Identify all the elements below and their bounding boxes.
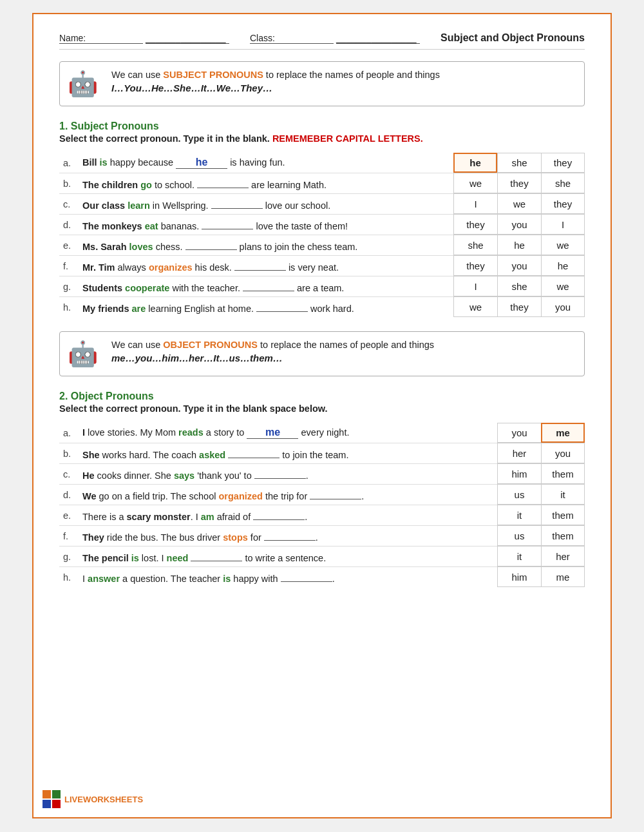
liveworksheets-icon — [43, 790, 61, 808]
row-letter: c. — [59, 463, 79, 484]
option-cell[interactable]: me — [541, 423, 585, 443]
table-row: h. I answer a question. The teacher is h… — [59, 566, 585, 587]
sentence-cell: I answer a question. The teacher is happ… — [79, 566, 497, 587]
table-row: c. Our class learn in Wellspring. love o… — [59, 193, 585, 214]
sentence-cell: Mr. Tim always organizes his desk. is ve… — [79, 255, 453, 276]
sentence-cell: The monkeys eat bananas. love the taste … — [79, 214, 453, 235]
row-letter: g. — [59, 546, 79, 566]
option-cell[interactable]: he — [497, 235, 541, 255]
sentence-cell: I love stories. My Mom reads a story to … — [79, 423, 497, 443]
option-cell[interactable]: they — [541, 193, 585, 214]
table-row: d. The monkeys eat bananas. love the tas… — [59, 214, 585, 235]
row-letter: g. — [59, 276, 79, 296]
section-1: 1. Subject Pronouns Select the correct p… — [59, 121, 585, 317]
option-cell[interactable]: I — [453, 193, 497, 214]
row-letter: h. — [59, 296, 79, 317]
row-letter: c. — [59, 193, 79, 214]
option-cell[interactable]: they — [453, 214, 497, 235]
option-cell[interactable]: he — [541, 255, 585, 276]
sentence-cell: My friends are learning English at home.… — [79, 296, 453, 317]
option-cell[interactable]: we — [497, 193, 541, 214]
option-cell[interactable]: us — [497, 525, 541, 546]
option-cell[interactable]: they — [497, 173, 541, 193]
row-letter: a. — [59, 153, 79, 173]
option-cell[interactable]: them — [541, 525, 585, 546]
option-cell[interactable]: them — [541, 505, 585, 525]
row-letter: d. — [59, 214, 79, 235]
section-2-table: a. I love stories. My Mom reads a story … — [59, 423, 585, 587]
sentence-cell: They ride the bus. The bus driver stops … — [79, 525, 497, 546]
table-row: h. My friends are learning English at ho… — [59, 296, 585, 317]
row-letter: f. — [59, 255, 79, 276]
option-cell[interactable]: us — [497, 484, 541, 505]
header: Name: ________________ Class: __________… — [59, 32, 585, 50]
sentence-cell: There is a scary monster. I am afraid of… — [79, 505, 497, 525]
option-cell[interactable]: you — [497, 255, 541, 276]
info-text-2: We can use OBJECT PRONOUNS to replace th… — [111, 340, 574, 350]
section-2-number: 2. Object Pronouns — [59, 391, 585, 402]
section-1-instruction: Select the correct pronoun. Type it in t… — [59, 133, 585, 144]
brand-name: LIVEWORKSHEETS — [64, 795, 143, 804]
class-label: Class: — [250, 33, 334, 44]
option-cell[interactable]: her — [541, 546, 585, 566]
option-cell[interactable]: we — [453, 296, 497, 317]
option-cell[interactable]: they — [541, 153, 585, 173]
svg-rect-0 — [43, 790, 51, 798]
option-cell[interactable]: it — [497, 505, 541, 525]
row-letter: e. — [59, 235, 79, 255]
option-cell[interactable]: her — [497, 443, 541, 463]
name-blank: ________________ — [146, 33, 229, 44]
sentence-cell: He cooks dinner. She says 'thank you' to… — [79, 463, 497, 484]
object-pronoun-list: me…you…him…her…It…us…them… — [111, 353, 574, 363]
object-pronouns-label: OBJECT PRONOUNS — [163, 340, 258, 350]
row-letter: h. — [59, 566, 79, 587]
row-letter: e. — [59, 505, 79, 525]
subject-pronoun-list: I…You…He…She…It…We…They… — [111, 82, 574, 93]
worksheet-page: Name: ________________ Class: __________… — [32, 13, 612, 818]
option-cell[interactable]: she — [541, 173, 585, 193]
svg-rect-1 — [52, 790, 61, 798]
option-cell[interactable]: them — [541, 463, 585, 484]
option-cell[interactable]: we — [541, 276, 585, 296]
option-cell[interactable]: me — [541, 566, 585, 587]
svg-rect-2 — [43, 800, 51, 808]
footer: LIVEWORKSHEETS — [43, 790, 143, 808]
option-cell[interactable]: I — [453, 276, 497, 296]
sentence-cell: Bill is happy because he is having fun. — [79, 153, 453, 173]
sentence-cell: The children go to school. are learning … — [79, 173, 453, 193]
row-letter: d. — [59, 484, 79, 505]
option-cell[interactable]: you — [497, 214, 541, 235]
class-blank: ________________ — [336, 33, 420, 44]
table-row: a. Bill is happy because he is having fu… — [59, 153, 585, 173]
table-row: f. Mr. Tim always organizes his desk. is… — [59, 255, 585, 276]
table-row: f. They ride the bus. The bus driver sto… — [59, 525, 585, 546]
option-cell[interactable]: you — [541, 443, 585, 463]
monster-icon-2: 🤖 — [68, 340, 98, 368]
option-cell[interactable]: she — [453, 235, 497, 255]
info-box-object: 🤖 We can use OBJECT PRONOUNS to replace … — [59, 331, 585, 376]
option-cell[interactable]: it — [541, 484, 585, 505]
sentence-cell: We go on a field trip. The school organi… — [79, 484, 497, 505]
option-cell[interactable]: they — [453, 255, 497, 276]
option-cell[interactable]: we — [453, 173, 497, 193]
option-cell[interactable]: you — [541, 296, 585, 317]
subject-pronouns-label: SUBJECT PRONOUNS — [163, 70, 263, 80]
section-2: 2. Object Pronouns Select the correct pr… — [59, 391, 585, 587]
section-2-instruction: Select the correct pronoun. Type it in t… — [59, 403, 585, 414]
option-cell[interactable]: he — [453, 153, 497, 173]
option-cell[interactable]: she — [497, 276, 541, 296]
option-cell[interactable]: him — [497, 463, 541, 484]
option-cell[interactable]: him — [497, 566, 541, 587]
option-cell[interactable]: you — [497, 423, 541, 443]
info-box-subject: 🤖 We can use SUBJECT PRONOUNS to replace… — [59, 61, 585, 106]
option-cell[interactable]: they — [497, 296, 541, 317]
table-row: e. Ms. Sarah loves chess. plans to join … — [59, 235, 585, 255]
option-cell[interactable]: I — [541, 214, 585, 235]
name-label: Name: — [59, 33, 143, 44]
option-cell[interactable]: we — [541, 235, 585, 255]
option-cell[interactable]: she — [497, 153, 541, 173]
sentence-cell: The pencil is lost. I need to write a se… — [79, 546, 497, 566]
class-field: Class: ________________ — [250, 33, 420, 44]
row-letter: b. — [59, 443, 79, 463]
option-cell[interactable]: it — [497, 546, 541, 566]
